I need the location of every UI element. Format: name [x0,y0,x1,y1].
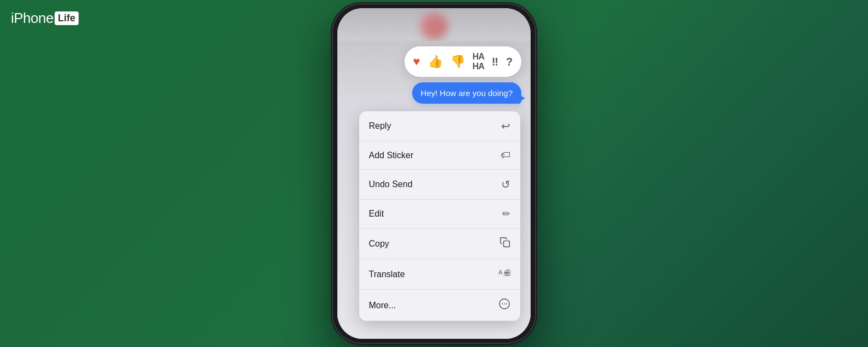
menu-undo-send-label: Undo Send [369,180,413,189]
menu-copy-label: Copy [369,239,389,249]
menu-item-more[interactable]: More... [359,290,520,321]
chat-header-area [337,8,531,41]
screen-content: ♥ 👍 👎 HAHA ‼ ? Hey! How are you doing? R… [337,41,531,339]
menu-item-copy[interactable]: Copy [359,229,520,259]
contact-avatar-blur [420,13,448,40]
menu-add-sticker-label: Add Sticker [369,151,414,160]
svg-point-7 [502,303,503,304]
message-text: Hey! How are you doing? [421,88,513,98]
copy-icon [500,237,510,250]
logo-life-text: Life [55,11,79,25]
menu-more-label: More... [369,301,396,310]
reaction-exclamation-button[interactable]: ‼ [492,56,498,68]
reaction-heart-button[interactable]: ♥ [413,55,420,69]
menu-item-reply[interactable]: Reply ↩ [359,111,520,141]
logo-iphone-text: iPhone [11,10,53,27]
more-icon [498,298,510,313]
reaction-thumbs-up-button[interactable]: 👍 [428,55,443,69]
menu-translate-label: Translate [369,270,405,279]
sticker-icon: 🏷 [501,149,510,161]
reaction-question-button[interactable]: ? [506,56,513,68]
undo-send-icon: ↺ [501,178,510,191]
reaction-thumbs-down-button[interactable]: 👎 [450,55,465,69]
menu-item-add-sticker[interactable]: Add Sticker 🏷 [359,141,520,170]
phone-screen: ♥ 👍 👎 HAHA ‼ ? Hey! How are you doing? R… [337,8,531,339]
translate-icon: A 文 [498,267,510,281]
iphone-life-logo: iPhone Life [11,10,79,27]
context-menu: Reply ↩ Add Sticker 🏷 Undo Send ↺ Edit ✏… [359,111,520,321]
svg-text:A: A [498,269,503,276]
menu-item-edit[interactable]: Edit ✏ [359,200,520,229]
edit-pencil-icon: ✏ [502,208,510,220]
svg-point-8 [503,303,504,304]
menu-item-undo-send[interactable]: Undo Send ↺ [359,170,520,200]
reaction-bar: ♥ 👍 👎 HAHA ‼ ? [405,46,521,77]
svg-point-9 [506,303,507,304]
message-bubble: Hey! How are you doing? [412,82,521,104]
reaction-haha-button[interactable]: HAHA [473,52,484,71]
menu-edit-label: Edit [369,209,384,219]
svg-rect-0 [503,241,509,247]
reply-icon: ↩ [501,119,510,133]
menu-item-translate[interactable]: Translate A 文 [359,259,520,290]
phone-frame: ♥ 👍 👎 HAHA ‼ ? Hey! How are you doing? R… [333,4,535,343]
menu-reply-label: Reply [369,121,391,131]
